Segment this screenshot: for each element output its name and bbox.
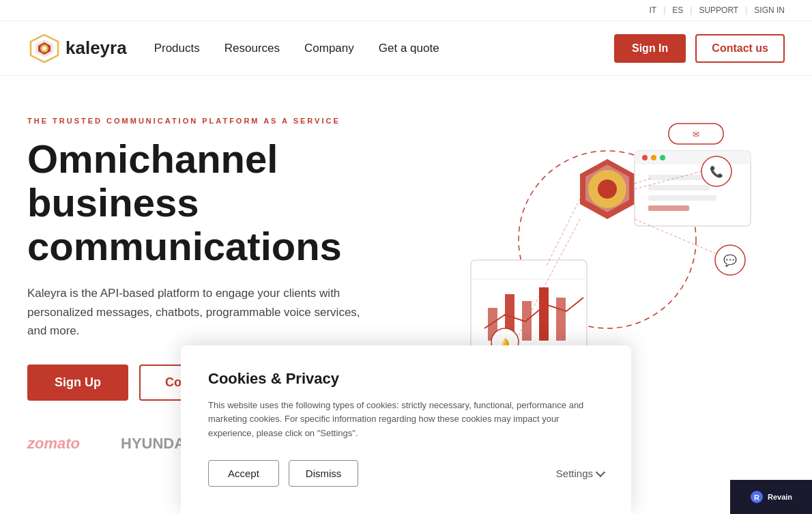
hero-tag: THE TRUSTED COMMUNICATION PLATFORM AS A …	[27, 117, 437, 125]
svg-point-21	[660, 155, 665, 160]
signin-button[interactable]: Sign In	[614, 34, 686, 63]
svg-rect-24	[648, 195, 716, 201]
svg-rect-25	[648, 205, 689, 211]
logo[interactable]: kaleyra	[27, 31, 127, 66]
revain-icon: R	[750, 490, 764, 504]
cookie-title: Cookies & Privacy	[208, 370, 604, 388]
revain-badge[interactable]: R Revain	[730, 480, 812, 514]
nav-resources[interactable]: Resources	[224, 42, 280, 55]
settings-button[interactable]: Settings	[556, 468, 604, 479]
svg-text:📞: 📞	[710, 165, 723, 178]
accept-button[interactable]: Accept	[208, 460, 279, 487]
hero-title: Omnichannel business communications	[27, 137, 437, 268]
brand-hyundai: HYUNDAI	[121, 435, 189, 453]
svg-line-34	[546, 199, 580, 267]
topbar-link-es[interactable]: ES	[672, 5, 683, 15]
nav-actions: Sign In Contact us	[614, 34, 785, 63]
cookie-description: This website uses the following types of…	[208, 399, 604, 441]
dismiss-button[interactable]: Dismiss	[289, 460, 359, 487]
nav-links: Products Resources Company Get a quote	[154, 42, 614, 55]
svg-rect-16	[556, 298, 566, 341]
svg-text:✉: ✉	[693, 130, 699, 139]
svg-point-20	[651, 155, 656, 160]
kaleyra-logo-icon	[27, 31, 61, 66]
svg-rect-23	[648, 185, 710, 190]
svg-point-4	[42, 46, 46, 51]
topbar-link-support[interactable]: SUPPORT	[699, 5, 738, 15]
topbar-link-signin[interactable]: SIGN IN	[754, 5, 785, 15]
svg-point-19	[642, 155, 648, 160]
navbar: kaleyra Products Resources Company Get a…	[0, 21, 812, 76]
nav-company[interactable]: Company	[304, 42, 354, 55]
svg-point-8	[598, 180, 617, 199]
revain-label: Revain	[768, 493, 792, 501]
svg-text:R: R	[754, 494, 759, 502]
signup-button[interactable]: Sign Up	[27, 365, 128, 401]
cookie-actions: Accept Dismiss Settings	[208, 460, 604, 487]
svg-rect-15	[539, 287, 549, 341]
nav-products[interactable]: Products	[154, 42, 200, 55]
settings-label: Settings	[556, 468, 593, 479]
nav-get-quote[interactable]: Get a quote	[379, 42, 439, 55]
brand-zomato: zomato	[27, 435, 80, 453]
topbar-link-it[interactable]: IT	[649, 5, 656, 15]
top-bar: IT | ES | SUPPORT | SIGN IN	[0, 0, 812, 21]
separator-3: |	[745, 5, 747, 15]
cookie-banner: Cookies & Privacy This website uses the …	[181, 345, 631, 514]
svg-text:💬: 💬	[723, 254, 737, 267]
chevron-down-icon	[596, 467, 605, 476]
hero-svg: ✉ 📞 💬 🔔	[450, 110, 764, 369]
contact-button[interactable]: Contact us	[695, 34, 785, 63]
hero-illustration: ✉ 📞 💬 🔔	[450, 110, 764, 369]
separator-1: |	[663, 5, 665, 15]
logo-text: kaleyra	[66, 38, 127, 59]
hero-description: Kaleyra is the API-based platform to eng…	[27, 284, 368, 340]
separator-2: |	[690, 5, 692, 15]
